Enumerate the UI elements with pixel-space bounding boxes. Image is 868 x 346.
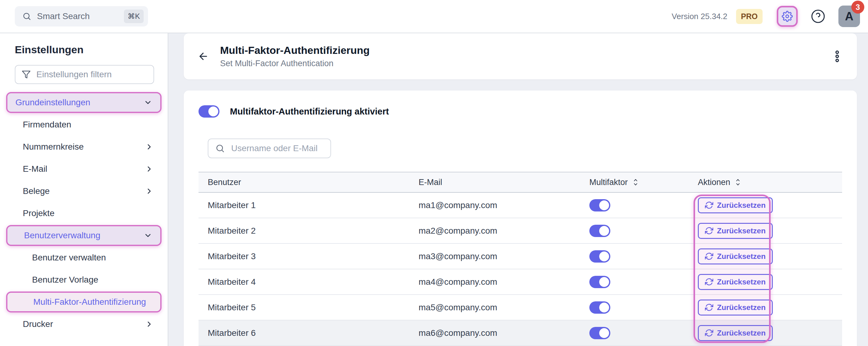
sort-icon[interactable] [735, 178, 741, 186]
mfa-enabled-toggle[interactable] [198, 105, 219, 117]
settings-filter-input[interactable] [36, 70, 141, 79]
refresh-icon [705, 201, 713, 209]
table-row: Mitarbeiter 6 ma6@company.com Zurücksetz… [198, 320, 842, 346]
user-name-cell: Mitarbeiter 3 [198, 244, 418, 269]
pro-plan-badge: PRO [736, 9, 763, 24]
back-button[interactable] [197, 50, 209, 62]
chevron-right-icon [145, 165, 154, 173]
reset-mfa-button[interactable]: Zurücksetzen [698, 300, 773, 315]
sidebar-item-label: Firmendaten [23, 120, 71, 130]
smart-search-box[interactable]: Smart Search ⌘K [15, 6, 148, 27]
refresh-icon [705, 227, 713, 235]
toggle-knob [599, 251, 609, 261]
sidebar-item-nummernkreise[interactable]: Nummernkreise [6, 136, 161, 157]
reset-mfa-button[interactable]: Zurücksetzen [698, 197, 773, 213]
sidebar-item-grundeinstellungen[interactable]: Grundeinstellungen [6, 92, 161, 113]
user-mfa-toggle[interactable] [589, 301, 610, 314]
actions-cell: Zurücksetzen [698, 295, 842, 320]
title-block: Multi-Faktor-Authentifizierung Set Multi… [220, 44, 370, 68]
table-row: Mitarbeiter 3 ma3@company.com Zurücksetz… [198, 244, 842, 269]
user-mfa-toggle[interactable] [589, 327, 610, 339]
sidebar-nav: Grundeinstellungen Firmendaten Nummernkr… [6, 92, 161, 335]
settings-button[interactable] [777, 6, 798, 27]
filter-funnel-icon [22, 70, 31, 79]
sidebar-item-belege[interactable]: Belege [6, 181, 161, 202]
sidebar-item-multi-faktor-authentifizierung[interactable]: Multi-Faktor-Authentifizierung [6, 291, 161, 312]
table-row: Mitarbeiter 1 ma1@company.com Zurücksetz… [198, 193, 842, 218]
user-mfa-toggle[interactable] [589, 199, 610, 211]
table-row: Mitarbeiter 4 ma4@company.com Zurücksetz… [198, 269, 842, 295]
reset-mfa-button[interactable]: Zurücksetzen [698, 274, 773, 290]
user-name-cell: Mitarbeiter 5 [198, 295, 418, 320]
sidebar-item-label: Nummernkreise [23, 142, 84, 152]
toggle-knob [599, 277, 609, 287]
user-avatar-wrap: A 3 [838, 5, 860, 27]
multifactor-cell [589, 269, 698, 294]
mfa-enabled-label: Multifaktor-Authentifizierung aktiviert [230, 106, 389, 117]
more-options-button[interactable] [831, 49, 843, 63]
help-button[interactable] [810, 8, 826, 24]
search-icon [215, 143, 225, 153]
refresh-icon [705, 329, 713, 337]
actions-cell: Zurücksetzen [698, 218, 842, 243]
page-title: Multi-Faktor-Authentifizierung [220, 44, 370, 56]
sort-icon[interactable] [632, 178, 639, 186]
column-header-benutzer: Benutzer [198, 172, 418, 192]
sidebar-item-e-mail[interactable]: E-Mail [6, 159, 161, 179]
sidebar-item-label: Benutzer Vorlage [32, 275, 98, 285]
main-area: Multi-Faktor-Authentifizierung Set Multi… [169, 33, 868, 346]
sidebar-item-label: E-Mail [23, 164, 47, 174]
settings-filter-field[interactable] [15, 65, 154, 84]
table-row: Mitarbeiter 2 ma2@company.com Zurücksetz… [198, 218, 842, 244]
toggle-knob [208, 106, 218, 116]
actions-cell: Zurücksetzen [698, 320, 842, 345]
user-mfa-toggle[interactable] [589, 250, 610, 263]
user-name-cell: Mitarbeiter 2 [198, 218, 418, 243]
sidebar-item-firmendaten[interactable]: Firmendaten [6, 114, 161, 135]
column-header-multifaktor: Multifaktor [589, 172, 698, 192]
keyboard-shortcut-badge: ⌘K [124, 9, 144, 23]
column-header-label: Multifaktor [589, 178, 628, 187]
column-header-label: E-Mail [418, 178, 442, 187]
refresh-icon [705, 278, 713, 286]
user-email-cell: ma5@company.com [418, 295, 589, 320]
refresh-icon [705, 303, 713, 312]
sidebar-item-drucker[interactable]: Drucker [6, 314, 161, 335]
sidebar-item-benutzer-vorlage[interactable]: Benutzer Vorlage [6, 269, 161, 290]
user-email-cell: ma4@company.com [418, 269, 589, 294]
actions-cell: Zurücksetzen [698, 244, 842, 269]
user-name-cell: Mitarbeiter 4 [198, 269, 418, 294]
user-email-cell: ma3@company.com [418, 244, 589, 269]
sidebar-item-projekte[interactable]: Projekte [6, 203, 161, 224]
reset-mfa-button-label: Zurücksetzen [717, 329, 766, 337]
table-row: Mitarbeiter 5 ma5@company.com Zurücksetz… [198, 295, 842, 320]
table-body: Mitarbeiter 1 ma1@company.com Zurücksetz… [198, 193, 842, 346]
reset-mfa-button[interactable]: Zurücksetzen [698, 223, 773, 239]
help-circle-icon [811, 9, 826, 24]
user-search-field[interactable] [208, 139, 331, 158]
reset-mfa-button[interactable]: Zurücksetzen [698, 248, 773, 265]
toggle-knob [599, 303, 609, 312]
gear-icon [782, 11, 793, 22]
table-header-row: Benutzer E-Mail Multifaktor Aktionen [198, 172, 842, 193]
reset-mfa-button[interactable]: Zurücksetzen [698, 325, 773, 341]
sidebar-item-benutzer-verwalten[interactable]: Benutzer verwalten [6, 247, 161, 268]
mfa-settings-card: Multifaktor-Authentifizierung aktiviert … [184, 91, 857, 346]
chevron-right-icon [145, 320, 154, 328]
chevron-right-icon [145, 187, 154, 196]
topbar: Smart Search ⌘K Version 25.34.2 PRO [0, 0, 868, 33]
user-email-cell: ma2@company.com [418, 218, 589, 243]
search-icon [22, 12, 31, 21]
sidebar-item-benutzerverwaltung[interactable]: Benutzerverwaltung [6, 225, 161, 246]
settings-sidebar: Einstellungen Grundeinstellungen Firmend… [0, 33, 168, 346]
column-header-e-mail: E-Mail [418, 172, 589, 192]
multifactor-cell [589, 218, 698, 243]
reset-mfa-button-label: Zurücksetzen [717, 201, 766, 210]
user-mfa-toggle[interactable] [589, 225, 610, 237]
sidebar-item-label: Drucker [23, 319, 53, 329]
multifactor-cell [589, 244, 698, 269]
user-search-input[interactable] [231, 143, 320, 153]
reset-mfa-button-label: Zurücksetzen [717, 252, 766, 261]
user-mfa-toggle[interactable] [589, 276, 610, 288]
user-name-cell: Mitarbeiter 6 [198, 320, 418, 345]
